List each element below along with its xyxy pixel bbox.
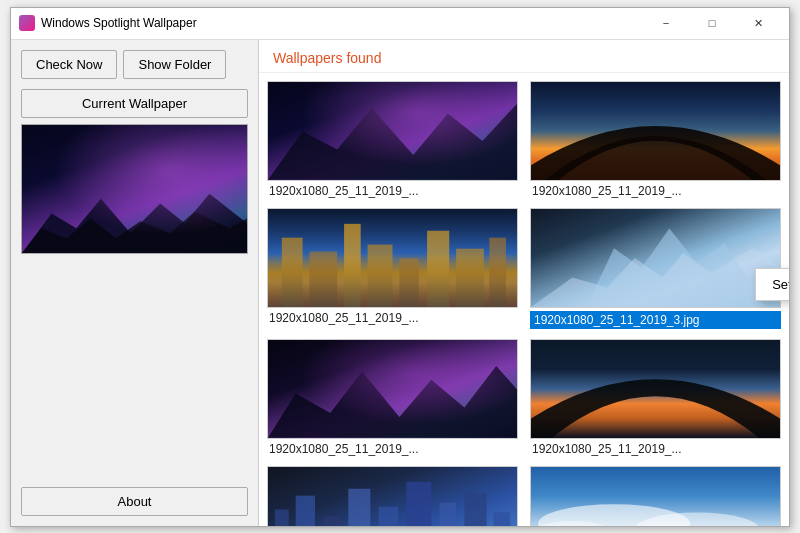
city-icon <box>268 468 517 526</box>
list-item[interactable]: 1920x1080_25_11_2019_... <box>530 81 781 198</box>
svg-rect-14 <box>275 509 289 525</box>
svg-rect-17 <box>348 488 370 525</box>
list-item[interactable]: 1920x1080_25_11_2019_... <box>267 208 518 329</box>
set-desktop-background-item[interactable]: Set As Desktop Background <box>756 271 789 298</box>
list-item[interactable]: 1920x1080_25_11_2019_... <box>530 339 781 456</box>
wallpaper-thumbnail <box>530 208 781 308</box>
wallpaper-thumbnail <box>530 466 781 526</box>
svg-rect-18 <box>379 506 398 525</box>
wallpaper-thumbnail <box>267 339 518 439</box>
svg-rect-22 <box>493 512 510 526</box>
main-header: Wallpapers found <box>259 40 789 73</box>
main-window: Windows Spotlight Wallpaper − □ ✕ Check … <box>10 7 790 527</box>
app-icon <box>19 15 35 31</box>
check-now-button[interactable]: Check Now <box>21 50 117 79</box>
window-body: Check Now Show Folder Current Wallpaper … <box>11 40 789 526</box>
sidebar-spacer <box>21 260 248 481</box>
current-wallpaper-button[interactable]: Current Wallpaper <box>21 89 248 118</box>
wallpaper-filename: 1920x1080_25_11_2019_... <box>530 442 781 456</box>
context-menu: Set As Desktop Background <box>755 268 789 301</box>
action-buttons: Check Now Show Folder <box>21 50 248 79</box>
title-bar: Windows Spotlight Wallpaper − □ ✕ <box>11 8 789 40</box>
wallpaper-filename: 1920x1080_25_11_2019_... <box>267 311 518 325</box>
list-item[interactable]: 1920x1080_25_11_2019_... <box>267 339 518 456</box>
wallpaper-filename: 1920x1080_25_11_2019_... <box>267 442 518 456</box>
wallpaper-thumbnail <box>530 339 781 439</box>
wallpaper-thumbnail <box>530 81 781 181</box>
list-item[interactable]: 1920x1080_25_11_2019_... <box>267 81 518 198</box>
svg-rect-20 <box>440 502 457 525</box>
wallpaper-filename: 1920x1080_25_11_2019_3.jpg <box>530 311 781 329</box>
list-item[interactable]: 1920x1080_25_11_2019_3.jpg Set As Deskto… <box>530 208 781 329</box>
main-content: Wallpapers found <box>259 40 789 526</box>
wallpaper-thumbnail <box>267 466 518 526</box>
wallpaper-grid-scroll[interactable]: 1920x1080_25_11_2019_... <box>259 73 789 526</box>
sidebar: Check Now Show Folder Current Wallpaper … <box>11 40 259 526</box>
svg-rect-21 <box>464 493 486 526</box>
svg-rect-16 <box>323 516 340 525</box>
about-button[interactable]: About <box>21 487 248 516</box>
svg-rect-15 <box>296 495 315 525</box>
maximize-button[interactable]: □ <box>689 7 735 39</box>
wallpapers-found-label: Wallpapers found <box>273 50 381 66</box>
list-item[interactable]: 1920x1080_25_11_2019_... <box>267 466 518 526</box>
cave-arch-icon <box>531 82 780 180</box>
minimize-button[interactable]: − <box>643 7 689 39</box>
cloud-icon <box>531 496 780 526</box>
wallpaper-grid: 1920x1080_25_11_2019_... <box>267 81 781 526</box>
window-title: Windows Spotlight Wallpaper <box>41 16 643 30</box>
wallpaper-filename: 1920x1080_25_11_2019_... <box>530 184 781 198</box>
show-folder-button[interactable]: Show Folder <box>123 50 226 79</box>
svg-rect-19 <box>406 482 431 526</box>
window-controls: − □ ✕ <box>643 7 781 39</box>
cave-arch-icon <box>531 340 780 438</box>
wallpaper-filename: 1920x1080_25_11_2019_... <box>267 184 518 198</box>
current-wallpaper-preview <box>21 124 248 254</box>
glacier-icon <box>531 209 780 307</box>
close-button[interactable]: ✕ <box>735 7 781 39</box>
list-item[interactable] <box>530 466 781 526</box>
wallpaper-thumbnail <box>267 81 518 181</box>
wallpaper-thumbnail <box>267 208 518 308</box>
